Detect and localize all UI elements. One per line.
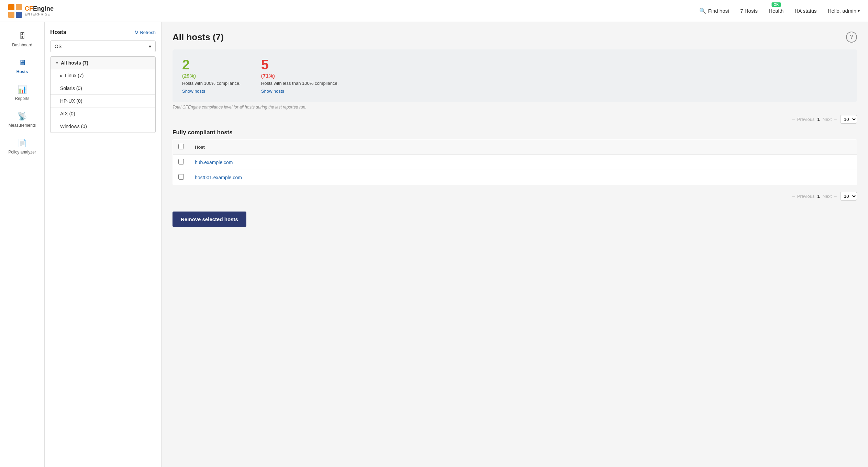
chevron-down-icon: ▾ [149, 44, 151, 49]
non-compliant-show-hosts-link[interactable]: Show hosts [261, 89, 338, 94]
policy-analyzer-icon: 📄 [18, 139, 27, 148]
logo-icon [8, 4, 22, 18]
hosts-table: Host hub.example.com host001.example.com [173, 139, 857, 185]
non-compliant-count: 5 [261, 58, 338, 71]
measurements-icon: 📡 [18, 112, 27, 121]
compliance-card: 2 (29%) Hosts with 100% compliance. Show… [173, 49, 857, 102]
logo-engine: Engine [33, 5, 54, 12]
sidebar-item-label: Measurements [9, 123, 36, 128]
row-checkbox-cell [173, 155, 190, 170]
tree-item-all-hosts[interactable]: ▼ All hosts (7) [51, 57, 155, 69]
tree-item-hpux[interactable]: HP-UX (0) [51, 95, 155, 107]
row-checkbox[interactable] [178, 159, 184, 164]
non-compliant-block: 5 (71%) Hosts with less than 100% compli… [261, 58, 338, 94]
tree-item-solaris[interactable]: Solaris (0) [51, 82, 155, 95]
topnav: CFEngine ENTERPRISE 🔍 Find host 7 Hosts … [0, 0, 868, 22]
chevron-down-icon: ▾ [858, 9, 860, 13]
compliant-block: 2 (29%) Hosts with 100% compliance. Show… [182, 58, 241, 94]
host-tree: ▼ All hosts (7) ▶ Linux (7) Solaris (0) … [50, 56, 156, 133]
compliant-desc: Hosts with 100% compliance. [182, 81, 241, 86]
remove-selected-hosts-button[interactable]: Remove selected hosts [173, 212, 246, 227]
pagination-top: ← Previous 1 Next → 10 25 50 [173, 115, 857, 124]
app-layout: 🎛 Dashboard 🖥 Hosts 📊 Reports 📡 Measurem… [0, 22, 868, 467]
non-compliant-pct: (71%) [261, 73, 338, 79]
search-icon: 🔍 [699, 8, 706, 14]
health-nav[interactable]: OK Health [769, 8, 783, 14]
dashboard-icon: 🎛 [19, 32, 26, 41]
next-page-bottom[interactable]: Next → [823, 194, 837, 199]
logo-enterprise: ENTERPRISE [25, 12, 54, 16]
left-panel: Hosts ↻ Refresh OS ▾ ▼ All hosts (7) ▶ L… [45, 22, 162, 467]
panel-title: Hosts [50, 29, 66, 36]
table-row: hub.example.com [173, 155, 857, 170]
refresh-icon: ↻ [134, 30, 138, 35]
collapse-arrow-icon: ▼ [55, 61, 59, 65]
prev-page-bottom[interactable]: ← Previous [791, 194, 814, 199]
current-page-top: 1 [817, 117, 820, 122]
nav-items: 🔍 Find host 7 Hosts OK Health HA status … [699, 8, 860, 14]
refresh-button[interactable]: ↻ Refresh [134, 30, 156, 35]
non-compliant-desc: Hosts with less than 100% compliance. [261, 81, 338, 86]
panel-header: Hosts ↻ Refresh [50, 29, 156, 36]
logo-cf: CF [25, 5, 33, 12]
find-host-nav[interactable]: 🔍 Find host [699, 8, 730, 14]
section-title: Fully compliant hosts [173, 129, 857, 136]
pagination-bottom: ← Previous 1 Next → 10 25 50 [173, 192, 857, 201]
ha-status-nav[interactable]: HA status [794, 8, 816, 14]
page-title: All hosts (7) [173, 32, 224, 43]
help-icon[interactable]: ? [846, 32, 857, 43]
prev-page-top[interactable]: ← Previous [791, 117, 814, 122]
logo: CFEngine ENTERPRISE [8, 4, 54, 18]
compliance-note: Total CFEngine compliance level for all … [173, 105, 857, 110]
row-checkbox[interactable] [178, 174, 184, 180]
sidebar-item-reports[interactable]: 📊 Reports [0, 81, 44, 105]
sidebar-item-dashboard[interactable]: 🎛 Dashboard [0, 27, 44, 52]
os-dropdown[interactable]: OS ▾ [50, 41, 156, 52]
page-header: All hosts (7) ? [173, 32, 857, 43]
compliant-pct: (29%) [182, 73, 241, 79]
tree-item-aix[interactable]: AIX (0) [51, 107, 155, 120]
expand-arrow-icon: ▶ [60, 74, 63, 78]
svg-rect-1 [16, 4, 22, 10]
hosts-nav[interactable]: 7 Hosts [740, 8, 758, 14]
row-checkbox-cell [173, 170, 190, 185]
main-content: All hosts (7) ? 2 (29%) Hosts with 100% … [162, 22, 868, 467]
svg-rect-3 [16, 12, 22, 18]
tree-item-linux[interactable]: ▶ Linux (7) [51, 69, 155, 82]
user-menu[interactable]: Hello, admin ▾ [828, 8, 860, 14]
sidebar: 🎛 Dashboard 🖥 Hosts 📊 Reports 📡 Measurem… [0, 22, 45, 467]
table-row: host001.example.com [173, 170, 857, 185]
sidebar-item-label: Reports [15, 96, 29, 101]
select-all-checkbox[interactable] [178, 144, 184, 149]
hosts-icon: 🖥 [19, 58, 26, 67]
health-badge: OK [771, 2, 781, 7]
svg-rect-2 [8, 12, 14, 18]
sidebar-item-policy-analyzer[interactable]: 📄 Policy analyzer [0, 135, 44, 159]
compliant-count: 2 [182, 58, 241, 71]
bottom-area: ← Previous 1 Next → 10 25 50 Remove sele… [173, 192, 857, 227]
host-link[interactable]: hub.example.com [195, 160, 233, 165]
sidebar-item-label: Policy analyzer [8, 150, 36, 155]
next-page-top[interactable]: Next → [823, 117, 837, 122]
sidebar-item-hosts[interactable]: 🖥 Hosts [0, 54, 44, 78]
sidebar-item-label: Dashboard [12, 43, 32, 47]
row-host-cell: hub.example.com [189, 155, 857, 170]
sidebar-item-label: Hosts [16, 69, 28, 74]
select-all-header [173, 140, 190, 155]
tree-item-windows[interactable]: Windows (0) [51, 120, 155, 133]
row-host-cell: host001.example.com [189, 170, 857, 185]
current-page-bottom: 1 [817, 194, 820, 199]
per-page-bottom[interactable]: 10 25 50 [840, 192, 857, 201]
host-column-header: Host [189, 140, 857, 155]
compliant-show-hosts-link[interactable]: Show hosts [182, 89, 241, 94]
host-link[interactable]: host001.example.com [195, 175, 242, 180]
per-page-top[interactable]: 10 25 50 [840, 115, 857, 124]
sidebar-item-measurements[interactable]: 📡 Measurements [0, 108, 44, 132]
reports-icon: 📊 [18, 85, 27, 94]
svg-rect-0 [8, 4, 14, 10]
